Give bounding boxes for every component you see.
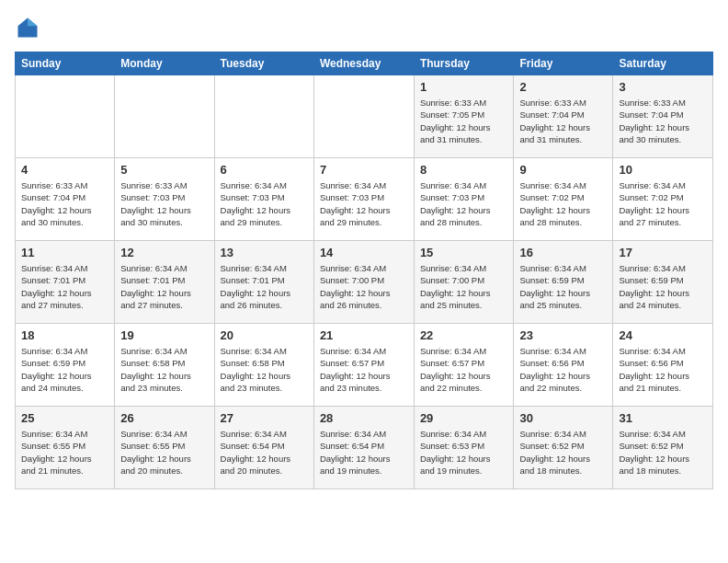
weekday-header: Friday: [514, 52, 613, 75]
day-number: 18: [21, 328, 108, 342]
day-number: 10: [619, 163, 707, 177]
day-number: 11: [21, 246, 108, 259]
calendar-cell: 26Sunrise: 6:34 AM Sunset: 6:55 PM Dayli…: [115, 407, 214, 489]
calendar-cell: 25Sunrise: 6:34 AM Sunset: 6:55 PM Dayli…: [16, 407, 115, 489]
calendar-cell: 16Sunrise: 6:34 AM Sunset: 6:59 PM Dayli…: [514, 241, 613, 324]
day-info: Sunrise: 6:34 AM Sunset: 7:03 PM Dayligh…: [420, 179, 508, 228]
day-info: Sunrise: 6:34 AM Sunset: 6:53 PM Dayligh…: [420, 428, 508, 477]
day-number: 12: [120, 246, 208, 259]
day-info: Sunrise: 6:34 AM Sunset: 7:01 PM Dayligh…: [21, 262, 108, 311]
day-info: Sunrise: 6:34 AM Sunset: 7:03 PM Dayligh…: [320, 179, 408, 228]
calendar-cell: 30Sunrise: 6:34 AM Sunset: 6:52 PM Dayli…: [514, 407, 613, 489]
day-number: 22: [420, 328, 508, 342]
calendar-cell: 5Sunrise: 6:33 AM Sunset: 7:03 PM Daylig…: [115, 158, 214, 241]
day-number: 15: [420, 246, 508, 259]
calendar-cell: [214, 75, 313, 158]
day-info: Sunrise: 6:34 AM Sunset: 6:55 PM Dayligh…: [21, 428, 108, 477]
logo: [15, 15, 44, 40]
svg-marker-1: [28, 18, 38, 27]
calendar-cell: 17Sunrise: 6:34 AM Sunset: 6:59 PM Dayli…: [613, 241, 713, 324]
day-number: 26: [120, 411, 208, 425]
day-number: 30: [519, 411, 607, 425]
day-info: Sunrise: 6:34 AM Sunset: 6:59 PM Dayligh…: [519, 262, 607, 311]
day-number: 1: [420, 80, 508, 94]
calendar-cell: 27Sunrise: 6:34 AM Sunset: 6:54 PM Dayli…: [214, 407, 313, 489]
day-info: Sunrise: 6:34 AM Sunset: 6:54 PM Dayligh…: [221, 428, 308, 477]
calendar-cell: 13Sunrise: 6:34 AM Sunset: 7:01 PM Dayli…: [214, 241, 313, 324]
day-info: Sunrise: 6:34 AM Sunset: 6:52 PM Dayligh…: [619, 428, 707, 477]
day-number: 17: [619, 246, 707, 259]
calendar-cell: 10Sunrise: 6:34 AM Sunset: 7:02 PM Dayli…: [613, 158, 713, 241]
calendar-cell: 20Sunrise: 6:34 AM Sunset: 6:58 PM Dayli…: [214, 324, 313, 407]
calendar-cell: 24Sunrise: 6:34 AM Sunset: 6:56 PM Dayli…: [613, 324, 713, 407]
day-number: 16: [519, 246, 607, 259]
day-number: 7: [320, 163, 408, 177]
calendar-week-row: 1Sunrise: 6:33 AM Sunset: 7:05 PM Daylig…: [16, 75, 713, 158]
day-info: Sunrise: 6:33 AM Sunset: 7:03 PM Dayligh…: [120, 179, 208, 228]
day-info: Sunrise: 6:34 AM Sunset: 7:00 PM Dayligh…: [320, 262, 408, 311]
calendar-cell: 31Sunrise: 6:34 AM Sunset: 6:52 PM Dayli…: [613, 407, 713, 489]
calendar-cell: 1Sunrise: 6:33 AM Sunset: 7:05 PM Daylig…: [414, 75, 514, 158]
day-number: 19: [120, 328, 208, 342]
day-number: 6: [221, 163, 308, 177]
day-info: Sunrise: 6:34 AM Sunset: 6:56 PM Dayligh…: [619, 345, 707, 394]
calendar-cell: 6Sunrise: 6:34 AM Sunset: 7:03 PM Daylig…: [214, 158, 313, 241]
day-number: 25: [21, 411, 108, 425]
day-info: Sunrise: 6:33 AM Sunset: 7:04 PM Dayligh…: [519, 97, 607, 145]
day-info: Sunrise: 6:34 AM Sunset: 7:00 PM Dayligh…: [420, 262, 508, 311]
calendar-cell: 28Sunrise: 6:34 AM Sunset: 6:54 PM Dayli…: [313, 407, 414, 489]
day-number: 27: [221, 411, 308, 425]
day-info: Sunrise: 6:34 AM Sunset: 6:54 PM Dayligh…: [320, 428, 408, 477]
calendar-cell: [313, 75, 414, 158]
calendar-cell: 21Sunrise: 6:34 AM Sunset: 6:57 PM Dayli…: [313, 324, 414, 407]
calendar-cell: 9Sunrise: 6:34 AM Sunset: 7:02 PM Daylig…: [514, 158, 613, 241]
weekday-header: Monday: [115, 52, 214, 75]
day-number: 23: [519, 328, 607, 342]
calendar-week-row: 25Sunrise: 6:34 AM Sunset: 6:55 PM Dayli…: [16, 407, 713, 489]
calendar-cell: 19Sunrise: 6:34 AM Sunset: 6:58 PM Dayli…: [115, 324, 214, 407]
day-number: 29: [420, 411, 508, 425]
calendar-cell: 29Sunrise: 6:34 AM Sunset: 6:53 PM Dayli…: [414, 407, 514, 489]
calendar-cell: 2Sunrise: 6:33 AM Sunset: 7:04 PM Daylig…: [514, 75, 613, 158]
day-info: Sunrise: 6:34 AM Sunset: 7:01 PM Dayligh…: [221, 262, 308, 311]
weekday-header: Wednesday: [313, 52, 414, 75]
logo-icon: [15, 15, 40, 40]
calendar-cell: 12Sunrise: 6:34 AM Sunset: 7:01 PM Dayli…: [115, 241, 214, 324]
day-info: Sunrise: 6:34 AM Sunset: 6:57 PM Dayligh…: [320, 345, 408, 394]
day-info: Sunrise: 6:34 AM Sunset: 6:59 PM Dayligh…: [21, 345, 108, 394]
day-number: 8: [420, 163, 508, 177]
calendar-cell: 23Sunrise: 6:34 AM Sunset: 6:56 PM Dayli…: [514, 324, 613, 407]
weekday-header: Sunday: [16, 52, 115, 75]
day-info: Sunrise: 6:34 AM Sunset: 7:01 PM Dayligh…: [120, 262, 208, 311]
calendar-week-row: 4Sunrise: 6:33 AM Sunset: 7:04 PM Daylig…: [16, 158, 713, 241]
calendar-cell: 18Sunrise: 6:34 AM Sunset: 6:59 PM Dayli…: [16, 324, 115, 407]
day-info: Sunrise: 6:34 AM Sunset: 7:02 PM Dayligh…: [519, 179, 607, 228]
calendar-cell: [16, 75, 115, 158]
day-info: Sunrise: 6:33 AM Sunset: 7:05 PM Dayligh…: [420, 97, 508, 145]
day-number: 20: [221, 328, 308, 342]
day-info: Sunrise: 6:34 AM Sunset: 7:03 PM Dayligh…: [221, 179, 308, 228]
calendar-header-row: SundayMondayTuesdayWednesdayThursdayFrid…: [16, 52, 713, 75]
calendar-cell: 15Sunrise: 6:34 AM Sunset: 7:00 PM Dayli…: [414, 241, 514, 324]
day-number: 4: [21, 163, 108, 177]
calendar-cell: 11Sunrise: 6:34 AM Sunset: 7:01 PM Dayli…: [16, 241, 115, 324]
calendar-cell: 8Sunrise: 6:34 AM Sunset: 7:03 PM Daylig…: [414, 158, 514, 241]
day-info: Sunrise: 6:34 AM Sunset: 6:55 PM Dayligh…: [120, 428, 208, 477]
day-info: Sunrise: 6:34 AM Sunset: 7:02 PM Dayligh…: [619, 179, 707, 228]
calendar-week-row: 18Sunrise: 6:34 AM Sunset: 6:59 PM Dayli…: [16, 324, 713, 407]
calendar-table: SundayMondayTuesdayWednesdayThursdayFrid…: [15, 52, 713, 489]
day-number: 9: [519, 163, 607, 177]
calendar-week-row: 11Sunrise: 6:34 AM Sunset: 7:01 PM Dayli…: [16, 241, 713, 324]
calendar-cell: 22Sunrise: 6:34 AM Sunset: 6:57 PM Dayli…: [414, 324, 514, 407]
calendar-cell: 7Sunrise: 6:34 AM Sunset: 7:03 PM Daylig…: [313, 158, 414, 241]
day-info: Sunrise: 6:33 AM Sunset: 7:04 PM Dayligh…: [21, 179, 108, 228]
calendar-cell: [115, 75, 214, 158]
calendar-cell: 14Sunrise: 6:34 AM Sunset: 7:00 PM Dayli…: [313, 241, 414, 324]
day-info: Sunrise: 6:34 AM Sunset: 6:52 PM Dayligh…: [519, 428, 607, 477]
day-info: Sunrise: 6:34 AM Sunset: 6:58 PM Dayligh…: [221, 345, 308, 394]
day-number: 3: [619, 80, 707, 94]
day-number: 14: [320, 246, 408, 259]
day-info: Sunrise: 6:34 AM Sunset: 6:57 PM Dayligh…: [420, 345, 508, 394]
day-number: 2: [519, 80, 607, 94]
day-info: Sunrise: 6:34 AM Sunset: 6:59 PM Dayligh…: [619, 262, 707, 311]
